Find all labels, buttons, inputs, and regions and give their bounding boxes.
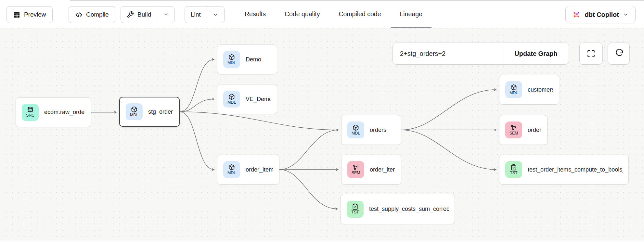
node-stg-orders[interactable]: MDL stg_orders [119, 97, 180, 127]
build-dropdown-toggle[interactable] [157, 6, 174, 23]
build-button-group: Build [121, 6, 175, 23]
toolbar-separator [233, 0, 233, 28]
model-type-badge: MDL [126, 103, 143, 120]
test-type-badge: TST [505, 161, 522, 178]
edge-orders-customers [401, 90, 496, 130]
lint-button-group: Lint [185, 6, 225, 23]
node-label: order_item [370, 166, 395, 173]
fullscreen-icon [587, 49, 595, 58]
lineage-canvas[interactable]: SRC ecom.raw_orders MDL stg_orders MDL D… [0, 28, 644, 241]
model-type-badge: MDL [347, 122, 364, 138]
cube-icon [510, 84, 517, 91]
bottom-panel-edge [0, 241, 644, 243]
fullscreen-button[interactable] [579, 43, 603, 65]
cube-icon [353, 124, 359, 131]
build-button-label: Build [137, 11, 151, 18]
node-ecom-raw-orders[interactable]: SRC ecom.raw_orders [16, 97, 91, 127]
node-customers[interactable]: MDL customers [499, 75, 559, 105]
cube-icon [228, 164, 235, 171]
build-button[interactable]: Build [121, 6, 157, 23]
node-label: stg_orders [148, 109, 173, 115]
source-type-badge: SRC [22, 104, 39, 121]
node-test-supply-costs[interactable]: TST test_supply_costs_sum_correctly [341, 194, 455, 224]
edge-orders-test-order-items [401, 130, 496, 170]
table-icon [13, 11, 20, 19]
model-type-badge: MDL [223, 161, 240, 178]
semantic-type-badge: SEM [347, 161, 364, 178]
refresh-icon [614, 49, 623, 58]
dbt-copilot-button[interactable]: dbt Copilot [565, 6, 636, 23]
compile-button-label: Compile [86, 11, 109, 18]
lint-dropdown-toggle[interactable] [207, 6, 224, 23]
edge-order-items-orders [279, 130, 338, 170]
lint-button-label: Lint [191, 11, 201, 18]
node-ve-demo[interactable]: MDL VE_Demo [217, 84, 277, 114]
cube-icon [228, 94, 235, 100]
node-label: orders [528, 127, 541, 134]
top-toolbar: Preview Compile Build Lint [0, 0, 644, 28]
cube-icon [228, 54, 235, 60]
model-type-badge: MDL [223, 51, 240, 68]
cube-icon [131, 106, 137, 113]
node-order-items[interactable]: MDL order_items [217, 155, 279, 185]
dbt-copilot-icon [572, 10, 581, 19]
dbt-copilot-label: dbt Copilot [585, 11, 619, 19]
chevron-down-icon [163, 12, 169, 18]
node-label: test_order_items_compute_to_bools_c... [528, 166, 623, 173]
lint-button[interactable]: Lint [185, 6, 207, 23]
test-type-badge: TST [347, 201, 364, 218]
node-label: order_items [246, 166, 273, 173]
refresh-button[interactable] [608, 43, 630, 65]
wrench-icon [127, 11, 134, 18]
preview-button-label: Preview [24, 11, 46, 18]
node-label: customers [528, 86, 553, 93]
node-label: test_supply_costs_sum_correctly [369, 206, 449, 212]
clipboard-check-icon [352, 203, 358, 210]
node-demo[interactable]: MDL Demo [217, 45, 277, 74]
compile-button[interactable]: Compile [69, 6, 115, 23]
share-network-icon [353, 164, 359, 171]
tab-lineage[interactable]: Lineage [400, 0, 422, 28]
edge-order-items-test-supply-costs [279, 170, 338, 209]
node-label: orders [370, 127, 386, 134]
chevron-down-icon [213, 12, 218, 18]
node-orders-semantic[interactable]: SEM orders [499, 115, 547, 145]
chevron-down-icon [623, 12, 629, 18]
lineage-selector-input[interactable] [393, 43, 503, 64]
tab-results[interactable]: Results [245, 0, 266, 28]
edge-stg-orders-orders [180, 112, 338, 130]
node-label: ecom.raw_orders [44, 109, 85, 116]
node-order-item[interactable]: SEM order_item [341, 155, 401, 185]
node-orders-model[interactable]: MDL orders [341, 115, 401, 145]
update-graph-button[interactable]: Update Graph [503, 43, 569, 64]
lineage-selector-group: Update Graph [393, 43, 569, 65]
semantic-type-badge: SEM [505, 122, 522, 138]
tab-compiled-code[interactable]: Compiled code [339, 0, 381, 28]
database-icon [27, 107, 33, 113]
result-tabs: Results Code quality Compiled code Linea… [245, 0, 422, 28]
model-type-badge: MDL [223, 91, 240, 108]
code-icon [75, 11, 83, 19]
node-test-order-items[interactable]: TST test_order_items_compute_to_bools_c.… [499, 155, 629, 185]
clipboard-check-icon [510, 164, 517, 171]
edge-stg-orders-demo [180, 59, 214, 112]
preview-button[interactable]: Preview [6, 6, 53, 23]
model-type-badge: MDL [505, 81, 522, 98]
share-network-icon [510, 124, 517, 131]
edge-stg-orders-ve-demo [180, 99, 214, 112]
node-label: Demo [246, 56, 261, 63]
tab-code-quality[interactable]: Code quality [285, 0, 320, 28]
edge-stg-orders-order-items [180, 112, 214, 170]
node-label: VE_Demo [246, 96, 271, 103]
